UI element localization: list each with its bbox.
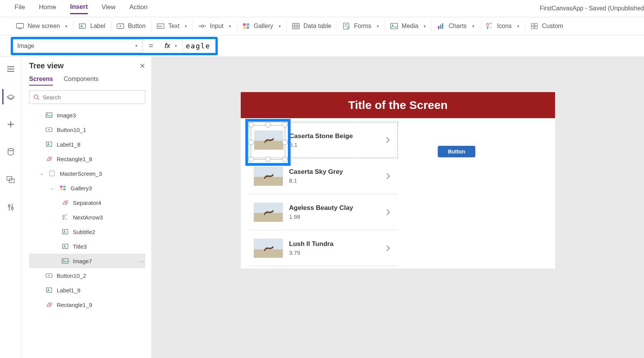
- svg-rect-55: [60, 188, 62, 190]
- label-button[interactable]: Label: [73, 20, 111, 32]
- tree-item-rectangle1_9[interactable]: Rectangle1_9: [29, 297, 145, 312]
- add-icon[interactable]: [3, 117, 18, 132]
- gallery-dropdown[interactable]: Gallery ▾: [237, 20, 287, 32]
- svg-rect-31: [531, 26, 534, 29]
- search-input[interactable]: [43, 94, 141, 101]
- label-icon: [45, 286, 53, 294]
- fx-dropdown[interactable]: fx ▾: [159, 39, 183, 53]
- chevron-right-icon[interactable]: [386, 244, 391, 252]
- gallery-label: Gallery: [254, 23, 273, 30]
- tree-item-masterscreen_3[interactable]: ⌄MasterScreen_3: [29, 166, 145, 181]
- tree-item-label: Title3: [73, 243, 87, 250]
- tree-item-label1_9[interactable]: Label1_9: [29, 283, 145, 297]
- resize-handle[interactable]: [248, 140, 254, 145]
- gallery-item[interactable]: Lush II Tundra3.79: [248, 230, 398, 266]
- tree-item-nextarrow3[interactable]: +NextArrow3: [29, 210, 145, 224]
- data-icon[interactable]: [3, 144, 18, 160]
- more-icon[interactable]: ···: [138, 258, 145, 264]
- forms-dropdown[interactable]: Forms ▾: [337, 20, 384, 32]
- svg-point-63: [63, 260, 64, 261]
- menu-action[interactable]: Action: [130, 3, 148, 13]
- gallery-image[interactable]: [254, 239, 283, 258]
- gallery-item-title: Ageless Beauty Clay: [289, 204, 353, 212]
- gallery-item[interactable]: Caserta Sky Grey8.1: [248, 158, 398, 194]
- gallery-image[interactable]: [254, 203, 283, 222]
- new-screen-button[interactable]: New screen ▾: [11, 20, 73, 32]
- label-label: Label: [90, 23, 105, 30]
- canvas-button[interactable]: Button: [438, 146, 475, 157]
- formula-bar: Image ▾ = fx ▾: [0, 35, 644, 57]
- chevron-right-icon[interactable]: [386, 208, 391, 216]
- gallery-image[interactable]: [254, 167, 283, 186]
- tree-view-icon[interactable]: [2, 89, 18, 104]
- resize-handle[interactable]: [282, 122, 288, 127]
- button-button[interactable]: Button: [111, 20, 151, 32]
- menu-home[interactable]: Home: [39, 3, 56, 13]
- menu-file[interactable]: File: [15, 3, 25, 13]
- svg-point-44: [11, 208, 13, 210]
- media-panel-icon[interactable]: [3, 172, 18, 187]
- tools-icon[interactable]: [3, 200, 18, 215]
- resize-handle[interactable]: [248, 122, 254, 127]
- chevron-right-icon[interactable]: [385, 136, 391, 144]
- table-icon: [292, 22, 300, 30]
- resize-handle[interactable]: [265, 157, 271, 162]
- hamburger-icon[interactable]: [3, 61, 18, 77]
- menu-view[interactable]: View: [102, 3, 116, 13]
- gallery-item-subtitle: 8.1: [289, 142, 353, 148]
- text-dropdown[interactable]: Abc Text ▾: [151, 20, 193, 32]
- media-dropdown[interactable]: Media ▾: [385, 20, 432, 32]
- label-icon: [45, 140, 53, 148]
- input-dropdown[interactable]: Input ▾: [193, 20, 237, 32]
- main: Tree view ✕ Screens Components Image3But…: [0, 57, 644, 358]
- svg-line-46: [38, 98, 39, 100]
- gallery-item-subtitle: 3.79: [289, 249, 334, 256]
- data-table-button[interactable]: Data table: [287, 20, 337, 32]
- charts-icon: [437, 22, 445, 30]
- chevron-down-icon[interactable]: ⌄: [40, 171, 44, 176]
- svg-rect-14: [292, 23, 299, 29]
- tab-screens[interactable]: Screens: [29, 76, 53, 86]
- custom-button[interactable]: Custom: [525, 20, 568, 32]
- tree-item-gallery3[interactable]: ⌄Gallery3: [29, 181, 145, 195]
- search-icon: [33, 94, 39, 100]
- svg-point-38: [8, 148, 13, 151]
- resize-handle[interactable]: [265, 122, 271, 127]
- menu-insert[interactable]: Insert: [70, 3, 88, 14]
- resize-handle[interactable]: [248, 157, 254, 162]
- charts-label: Charts: [449, 23, 467, 30]
- tree-item-label: Button10_1: [57, 127, 86, 133]
- tree-item-image7[interactable]: Image7···: [29, 254, 145, 268]
- tree-item-label: Gallery3: [71, 185, 92, 191]
- svg-rect-29: [531, 23, 534, 26]
- property-dropdown[interactable]: Image ▾: [12, 39, 143, 53]
- tree-item-image3[interactable]: Image3: [29, 108, 145, 122]
- canvas-surface[interactable]: Title of the Screen Caserta Stone Beige8…: [241, 92, 555, 269]
- tree-item-label: MasterScreen_3: [60, 170, 102, 177]
- charts-dropdown[interactable]: Charts ▾: [432, 20, 480, 32]
- tab-components[interactable]: Components: [64, 76, 99, 86]
- svg-point-48: [47, 114, 48, 115]
- tree-item-subtitle2[interactable]: Subtitle2: [29, 224, 145, 239]
- icons-dropdown[interactable]: + Icons ▾: [480, 20, 525, 32]
- resize-handle[interactable]: [282, 140, 288, 145]
- text-label: Text: [168, 23, 179, 30]
- resize-handle[interactable]: [282, 157, 288, 162]
- chevron-down-icon: ▾: [279, 24, 281, 29]
- tree-item-label1_8[interactable]: Label1_8: [29, 137, 145, 152]
- close-icon[interactable]: ✕: [140, 62, 145, 70]
- tree-item-rectangle1_8[interactable]: Rectangle1_8: [29, 152, 145, 166]
- formula-input[interactable]: [183, 39, 640, 53]
- chevron-down-icon: ▾: [175, 43, 177, 48]
- chevron-down-icon[interactable]: ⌄: [51, 186, 55, 191]
- svg-point-27: [486, 23, 489, 26]
- tree-item-button10_1[interactable]: Button10_1: [29, 122, 145, 137]
- icons-icon: +: [486, 22, 493, 30]
- tree-item-title3[interactable]: Title3: [29, 239, 145, 254]
- label-icon: [61, 243, 69, 250]
- tree-item-separator4[interactable]: Separator4: [29, 195, 145, 210]
- chevron-right-icon[interactable]: [386, 172, 391, 180]
- tree-item-button10_2[interactable]: Button10_2: [29, 268, 145, 283]
- tree-search[interactable]: [29, 90, 145, 104]
- gallery-item[interactable]: Ageless Beauty Clay1.98: [248, 194, 398, 230]
